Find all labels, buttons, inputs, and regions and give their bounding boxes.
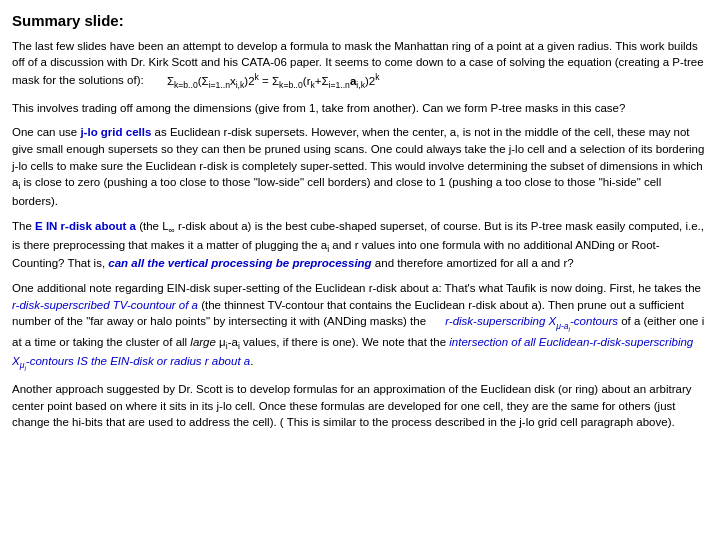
ein-disk-paragraph: The E IN r-disk about a (the L∞ r-disk a… [12,218,708,272]
tv-countour-highlight: r-disk-superscribed TV-countour of a [12,299,198,311]
taufik-paragraph: One additional note regarding EIN-disk s… [12,280,708,373]
formula-display: Σk=b..0(Σi=1..nxi,k)2k = Σk=b..0(rk+Σi=1… [167,71,380,92]
preprocessing-highlight: can all the vertical processing be prepr… [108,257,371,269]
intro-paragraph: The last few slides have been an attempt… [12,38,708,92]
trading-paragraph: This involves trading off among the dime… [12,100,708,117]
grid-cells-paragraph: One can use j-lo grid cells as Euclidean… [12,124,708,209]
ein-disk-highlight: E IN r-disk about a [35,220,136,232]
scott-paragraph: Another approach suggested by Dr. Scott … [12,381,708,431]
intersection-highlight: intersection of all Euclidean-r-disk-sup… [12,336,693,367]
page-title: Summary slide: [12,10,708,32]
grid-cells-highlight: j-lo grid cells [80,126,151,138]
x-contours-highlight: r-disk-superscribing Xμ-ai-contours [445,315,618,327]
